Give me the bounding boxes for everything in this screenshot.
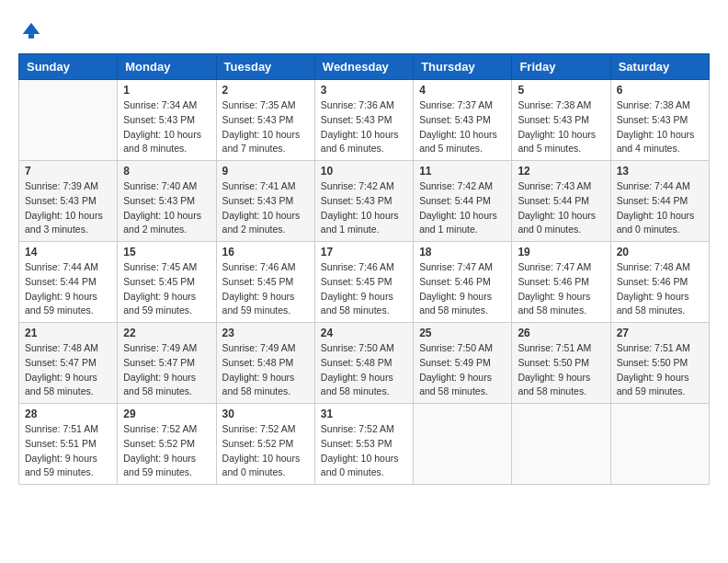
day-info: Sunrise: 7:52 AM Sunset: 5:53 PM Dayligh… (321, 422, 407, 480)
day-info: Sunrise: 7:51 AM Sunset: 5:50 PM Dayligh… (617, 341, 703, 399)
day-number: 25 (419, 327, 506, 339)
day-number: 24 (321, 327, 407, 339)
day-number: 9 (222, 165, 309, 178)
calendar-cell: 11Sunrise: 7:42 AM Sunset: 5:44 PM Dayli… (414, 161, 512, 242)
calendar-cell: 4Sunrise: 7:37 AM Sunset: 5:43 PM Daylig… (414, 80, 512, 161)
calendar-cell (414, 404, 512, 485)
calendar-cell (512, 404, 610, 485)
calendar-cell: 19Sunrise: 7:47 AM Sunset: 5:46 PM Dayli… (512, 242, 610, 323)
day-number: 3 (321, 84, 407, 97)
calendar-cell: 5Sunrise: 7:38 AM Sunset: 5:43 PM Daylig… (512, 80, 610, 161)
day-number: 13 (617, 165, 703, 178)
column-header-friday: Friday (512, 54, 610, 80)
day-number: 8 (123, 165, 210, 178)
day-number: 16 (222, 246, 309, 259)
calendar-cell: 13Sunrise: 7:44 AM Sunset: 5:44 PM Dayli… (610, 161, 709, 242)
calendar-cell: 24Sunrise: 7:50 AM Sunset: 5:48 PM Dayli… (314, 323, 413, 404)
day-info: Sunrise: 7:38 AM Sunset: 5:43 PM Dayligh… (617, 98, 703, 156)
calendar-cell: 1Sunrise: 7:34 AM Sunset: 5:43 PM Daylig… (118, 80, 216, 161)
day-number: 4 (419, 84, 506, 97)
calendar-week-2: 7Sunrise: 7:39 AM Sunset: 5:43 PM Daylig… (19, 161, 710, 242)
day-info: Sunrise: 7:50 AM Sunset: 5:48 PM Dayligh… (321, 341, 407, 399)
day-number: 1 (123, 84, 210, 97)
calendar-cell: 16Sunrise: 7:46 AM Sunset: 5:45 PM Dayli… (216, 242, 314, 323)
day-number: 23 (222, 327, 309, 339)
day-info: Sunrise: 7:36 AM Sunset: 5:43 PM Dayligh… (321, 98, 407, 156)
day-number: 26 (518, 327, 604, 339)
day-info: Sunrise: 7:47 AM Sunset: 5:46 PM Dayligh… (419, 260, 506, 318)
day-info: Sunrise: 7:45 AM Sunset: 5:45 PM Dayligh… (123, 260, 210, 318)
column-header-saturday: Saturday (610, 54, 709, 80)
page-header (18, 18, 710, 44)
day-number: 27 (617, 327, 703, 339)
calendar-week-5: 28Sunrise: 7:51 AM Sunset: 5:51 PM Dayli… (19, 404, 710, 485)
day-number: 22 (123, 327, 210, 339)
day-number: 18 (419, 246, 506, 259)
day-info: Sunrise: 7:52 AM Sunset: 5:52 PM Dayligh… (123, 422, 210, 480)
calendar-cell: 10Sunrise: 7:42 AM Sunset: 5:43 PM Dayli… (314, 161, 413, 242)
day-info: Sunrise: 7:35 AM Sunset: 5:43 PM Dayligh… (222, 98, 309, 156)
calendar-cell: 26Sunrise: 7:51 AM Sunset: 5:50 PM Dayli… (512, 323, 610, 404)
svg-rect-1 (28, 34, 34, 39)
day-info: Sunrise: 7:34 AM Sunset: 5:43 PM Dayligh… (123, 98, 210, 156)
day-number: 12 (518, 165, 604, 178)
calendar-cell: 7Sunrise: 7:39 AM Sunset: 5:43 PM Daylig… (19, 161, 118, 242)
column-header-thursday: Thursday (414, 54, 512, 80)
day-number: 7 (25, 165, 111, 178)
calendar-cell: 12Sunrise: 7:43 AM Sunset: 5:44 PM Dayli… (512, 161, 610, 242)
day-number: 21 (25, 327, 111, 339)
day-info: Sunrise: 7:49 AM Sunset: 5:48 PM Dayligh… (222, 341, 309, 399)
calendar-cell: 18Sunrise: 7:47 AM Sunset: 5:46 PM Dayli… (414, 242, 512, 323)
calendar-cell: 8Sunrise: 7:40 AM Sunset: 5:43 PM Daylig… (118, 161, 216, 242)
calendar-cell: 27Sunrise: 7:51 AM Sunset: 5:50 PM Dayli… (610, 323, 709, 404)
day-number: 19 (518, 246, 604, 259)
day-number: 28 (25, 408, 111, 420)
day-number: 20 (617, 246, 703, 259)
day-number: 15 (123, 246, 210, 259)
calendar-week-4: 21Sunrise: 7:48 AM Sunset: 5:47 PM Dayli… (19, 323, 710, 404)
calendar-header-row: SundayMondayTuesdayWednesdayThursdayFrid… (19, 54, 710, 80)
calendar-cell: 22Sunrise: 7:49 AM Sunset: 5:47 PM Dayli… (118, 323, 216, 404)
logo (18, 18, 48, 44)
day-info: Sunrise: 7:50 AM Sunset: 5:49 PM Dayligh… (419, 341, 506, 399)
day-number: 5 (518, 84, 604, 97)
calendar-cell: 23Sunrise: 7:49 AM Sunset: 5:48 PM Dayli… (216, 323, 314, 404)
calendar-cell: 14Sunrise: 7:44 AM Sunset: 5:44 PM Dayli… (19, 242, 118, 323)
calendar-table: SundayMondayTuesdayWednesdayThursdayFrid… (18, 53, 710, 485)
calendar-cell: 17Sunrise: 7:46 AM Sunset: 5:45 PM Dayli… (314, 242, 413, 323)
day-info: Sunrise: 7:44 AM Sunset: 5:44 PM Dayligh… (617, 179, 703, 237)
day-info: Sunrise: 7:41 AM Sunset: 5:43 PM Dayligh… (222, 179, 309, 237)
day-number: 6 (617, 84, 703, 97)
day-number: 11 (419, 165, 506, 178)
column-header-tuesday: Tuesday (216, 54, 314, 80)
day-info: Sunrise: 7:44 AM Sunset: 5:44 PM Dayligh… (25, 260, 111, 318)
day-info: Sunrise: 7:49 AM Sunset: 5:47 PM Dayligh… (123, 341, 210, 399)
calendar-week-3: 14Sunrise: 7:44 AM Sunset: 5:44 PM Dayli… (19, 242, 710, 323)
day-number: 10 (321, 165, 407, 178)
day-info: Sunrise: 7:43 AM Sunset: 5:44 PM Dayligh… (518, 179, 604, 237)
calendar-cell: 28Sunrise: 7:51 AM Sunset: 5:51 PM Dayli… (19, 404, 118, 485)
day-info: Sunrise: 7:42 AM Sunset: 5:43 PM Dayligh… (321, 179, 407, 237)
day-info: Sunrise: 7:48 AM Sunset: 5:46 PM Dayligh… (617, 260, 703, 318)
calendar-cell: 30Sunrise: 7:52 AM Sunset: 5:52 PM Dayli… (216, 404, 314, 485)
day-info: Sunrise: 7:46 AM Sunset: 5:45 PM Dayligh… (222, 260, 309, 318)
day-info: Sunrise: 7:51 AM Sunset: 5:51 PM Dayligh… (25, 422, 111, 480)
day-number: 29 (123, 408, 210, 420)
svg-marker-0 (23, 23, 40, 34)
day-info: Sunrise: 7:48 AM Sunset: 5:47 PM Dayligh… (25, 341, 111, 399)
day-info: Sunrise: 7:42 AM Sunset: 5:44 PM Dayligh… (419, 179, 506, 237)
calendar-week-1: 1Sunrise: 7:34 AM Sunset: 5:43 PM Daylig… (19, 80, 710, 161)
day-info: Sunrise: 7:39 AM Sunset: 5:43 PM Dayligh… (25, 179, 111, 237)
day-number: 31 (321, 408, 407, 420)
day-info: Sunrise: 7:46 AM Sunset: 5:45 PM Dayligh… (321, 260, 407, 318)
calendar-cell: 2Sunrise: 7:35 AM Sunset: 5:43 PM Daylig… (216, 80, 314, 161)
calendar-cell (610, 404, 709, 485)
logo-icon (18, 18, 44, 44)
day-info: Sunrise: 7:40 AM Sunset: 5:43 PM Dayligh… (123, 179, 210, 237)
calendar-cell: 9Sunrise: 7:41 AM Sunset: 5:43 PM Daylig… (216, 161, 314, 242)
calendar-cell: 20Sunrise: 7:48 AM Sunset: 5:46 PM Dayli… (610, 242, 709, 323)
calendar-cell: 15Sunrise: 7:45 AM Sunset: 5:45 PM Dayli… (118, 242, 216, 323)
day-number: 17 (321, 246, 407, 259)
day-number: 14 (25, 246, 111, 259)
calendar-cell: 25Sunrise: 7:50 AM Sunset: 5:49 PM Dayli… (414, 323, 512, 404)
